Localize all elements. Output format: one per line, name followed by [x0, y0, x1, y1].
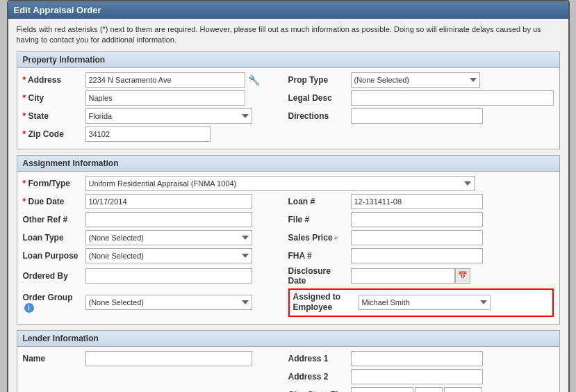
ordered-by-input[interactable]	[85, 268, 252, 284]
zip-label: * Zip Code	[23, 129, 85, 139]
lender-section-header: Lender Information	[17, 330, 560, 347]
lender-city-input[interactable]	[351, 387, 413, 392]
city-label: * City	[23, 93, 85, 103]
order-group-select[interactable]: (None Selected)	[85, 295, 252, 310]
lender-name-label: Name	[23, 354, 85, 364]
lender-zip-input[interactable]	[444, 387, 482, 392]
file-num-input[interactable]	[351, 212, 483, 227]
loan-num-label: Loan #	[288, 197, 351, 206]
state-select[interactable]: Florida Alabama Alaska	[85, 108, 252, 124]
lender-state-select[interactable]: -- AL AK FL	[415, 387, 443, 392]
address2-input[interactable]	[351, 369, 483, 384]
fha-num-input[interactable]	[351, 248, 483, 263]
calendar-icon[interactable]: 📅	[455, 268, 470, 284]
loan-type-select[interactable]: (None Selected) Conventional FHA VA	[85, 230, 252, 245]
directions-label: Directions	[288, 111, 351, 121]
disclosure-date-label: Disclosure Date	[288, 266, 351, 286]
file-num-label: File #	[288, 215, 351, 224]
property-section-header: Property Information	[17, 51, 560, 68]
ordered-by-label: Ordered By	[23, 271, 85, 281]
city-input[interactable]	[85, 90, 245, 106]
city-legal-row: * City Legal Desc	[23, 90, 554, 106]
form-type-select[interactable]: Uniform Residential Appraisal (FNMA 1004…	[85, 176, 475, 191]
sales-price-label: Sales Price+	[288, 233, 351, 243]
other-ref-label: Other Ref #	[23, 215, 85, 224]
info-icon: i	[24, 303, 34, 313]
address-label: * Address	[23, 75, 85, 85]
prop-type-label: Prop Type	[288, 75, 351, 85]
due-date-label: * Due Date	[23, 197, 85, 206]
assignment-section-body: * Form/Type Uniform Residential Appraisa…	[17, 172, 560, 325]
disclosure-date-input[interactable]	[351, 268, 455, 284]
order-group-label: Order Group i	[23, 293, 85, 313]
lender-city-state-zip-row: City, State Zip -- AL AK FL	[23, 387, 554, 392]
address-prop-type-row: * Address 🔧 Prop Type (None Selected) Si…	[23, 72, 554, 88]
loan-num-input[interactable]	[351, 194, 483, 209]
assigned-employee-select[interactable]: Michael Smith (None Selected) John Doe	[359, 295, 491, 310]
loan-purpose-select[interactable]: (None Selected) Purchase Refinance	[85, 248, 252, 263]
other-ref-input[interactable]	[85, 212, 252, 227]
ordered-by-disclosure-row: Ordered By Disclosure Date 📅	[23, 266, 554, 286]
edit-appraisal-window: Edit Appraisal Order Fields with red ast…	[7, 0, 570, 392]
other-ref-file-row: Other Ref # File #	[23, 212, 554, 227]
address1-label: Address 1	[288, 354, 351, 364]
property-section-body: * Address 🔧 Prop Type (None Selected) Si…	[17, 68, 560, 149]
loan-purpose-label: Loan Purpose	[23, 251, 85, 261]
lender-section-body: Name Address 1 Address 2	[17, 347, 560, 392]
loan-purpose-fha-row: Loan Purpose (None Selected) Purchase Re…	[23, 248, 554, 263]
directions-input[interactable]	[351, 108, 483, 124]
form-type-row: * Form/Type Uniform Residential Appraisa…	[23, 176, 554, 191]
due-date-input[interactable]	[85, 194, 252, 209]
window-title: Edit Appraisal Order	[8, 1, 568, 19]
loan-type-sales-row: Loan Type (None Selected) Conventional F…	[23, 230, 554, 245]
sales-price-input[interactable]	[351, 230, 483, 245]
legal-desc-input[interactable]	[351, 90, 554, 106]
address2-label: Address 2	[288, 372, 351, 382]
state-directions-row: * State Florida Alabama Alaska Direction…	[23, 108, 554, 124]
lender-name-input[interactable]	[85, 351, 252, 366]
geo-icon: 🔧	[248, 74, 260, 85]
zip-row: * Zip Code	[23, 126, 554, 142]
state-label: * State	[23, 111, 85, 121]
address-input[interactable]	[85, 72, 245, 88]
instructions-text: Fields with red asterisks (*) next to th…	[17, 24, 560, 46]
assignment-section-header: Assignment Information	[17, 155, 560, 172]
form-type-label: * Form/Type	[23, 179, 85, 188]
lender-addr2-row: Address 2	[23, 369, 554, 384]
assigned-to-label: Assigned toEmployee	[293, 292, 356, 313]
assigned-employee-container: Assigned toEmployee Michael Smith (None …	[288, 288, 554, 317]
fha-num-label: FHA #	[288, 251, 351, 261]
address1-input[interactable]	[351, 351, 483, 366]
prop-type-select[interactable]: (None Selected) Single Family Condo	[351, 72, 480, 88]
order-group-assigned-row: Order Group i (None Selected) Assigned t…	[23, 288, 554, 317]
legal-desc-label: Legal Desc	[288, 93, 351, 103]
zip-input[interactable]	[85, 126, 211, 142]
loan-type-label: Loan Type	[23, 233, 85, 243]
due-date-loan-row: * Due Date Loan #	[23, 194, 554, 209]
lender-name-addr1-row: Name Address 1	[23, 351, 554, 366]
